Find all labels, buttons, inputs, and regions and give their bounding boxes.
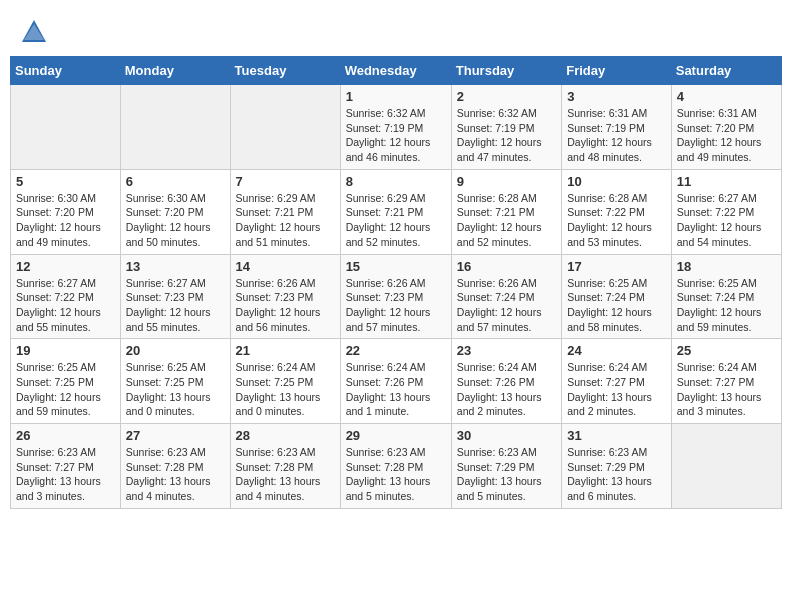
calendar-week-4: 19Sunrise: 6:25 AMSunset: 7:25 PMDayligh… bbox=[11, 339, 782, 424]
calendar-cell: 13Sunrise: 6:27 AMSunset: 7:23 PMDayligh… bbox=[120, 254, 230, 339]
day-info: Sunrise: 6:25 AMSunset: 7:24 PMDaylight:… bbox=[567, 276, 666, 335]
day-number: 14 bbox=[236, 259, 335, 274]
calendar-cell: 21Sunrise: 6:24 AMSunset: 7:25 PMDayligh… bbox=[230, 339, 340, 424]
day-info: Sunrise: 6:26 AMSunset: 7:24 PMDaylight:… bbox=[457, 276, 556, 335]
day-info: Sunrise: 6:29 AMSunset: 7:21 PMDaylight:… bbox=[236, 191, 335, 250]
day-info: Sunrise: 6:23 AMSunset: 7:29 PMDaylight:… bbox=[457, 445, 556, 504]
day-number: 10 bbox=[567, 174, 666, 189]
calendar-cell: 18Sunrise: 6:25 AMSunset: 7:24 PMDayligh… bbox=[671, 254, 781, 339]
day-number: 20 bbox=[126, 343, 225, 358]
day-number: 2 bbox=[457, 89, 556, 104]
calendar-cell: 31Sunrise: 6:23 AMSunset: 7:29 PMDayligh… bbox=[562, 424, 672, 509]
calendar-cell: 17Sunrise: 6:25 AMSunset: 7:24 PMDayligh… bbox=[562, 254, 672, 339]
calendar-cell: 19Sunrise: 6:25 AMSunset: 7:25 PMDayligh… bbox=[11, 339, 121, 424]
day-info: Sunrise: 6:31 AMSunset: 7:19 PMDaylight:… bbox=[567, 106, 666, 165]
calendar-cell: 30Sunrise: 6:23 AMSunset: 7:29 PMDayligh… bbox=[451, 424, 561, 509]
calendar-cell: 20Sunrise: 6:25 AMSunset: 7:25 PMDayligh… bbox=[120, 339, 230, 424]
day-info: Sunrise: 6:31 AMSunset: 7:20 PMDaylight:… bbox=[677, 106, 776, 165]
day-number: 18 bbox=[677, 259, 776, 274]
day-info: Sunrise: 6:27 AMSunset: 7:23 PMDaylight:… bbox=[126, 276, 225, 335]
calendar-cell bbox=[230, 85, 340, 170]
calendar-cell: 24Sunrise: 6:24 AMSunset: 7:27 PMDayligh… bbox=[562, 339, 672, 424]
day-number: 27 bbox=[126, 428, 225, 443]
calendar-cell: 6Sunrise: 6:30 AMSunset: 7:20 PMDaylight… bbox=[120, 169, 230, 254]
day-number: 31 bbox=[567, 428, 666, 443]
day-number: 7 bbox=[236, 174, 335, 189]
day-number: 6 bbox=[126, 174, 225, 189]
day-info: Sunrise: 6:30 AMSunset: 7:20 PMDaylight:… bbox=[126, 191, 225, 250]
day-info: Sunrise: 6:24 AMSunset: 7:26 PMDaylight:… bbox=[457, 360, 556, 419]
day-info: Sunrise: 6:23 AMSunset: 7:28 PMDaylight:… bbox=[346, 445, 446, 504]
calendar-cell bbox=[11, 85, 121, 170]
day-number: 26 bbox=[16, 428, 115, 443]
day-info: Sunrise: 6:24 AMSunset: 7:27 PMDaylight:… bbox=[677, 360, 776, 419]
logo-icon bbox=[20, 18, 48, 46]
day-number: 3 bbox=[567, 89, 666, 104]
calendar-week-5: 26Sunrise: 6:23 AMSunset: 7:27 PMDayligh… bbox=[11, 424, 782, 509]
weekday-header-tuesday: Tuesday bbox=[230, 57, 340, 85]
calendar-cell: 22Sunrise: 6:24 AMSunset: 7:26 PMDayligh… bbox=[340, 339, 451, 424]
weekday-header-thursday: Thursday bbox=[451, 57, 561, 85]
day-info: Sunrise: 6:27 AMSunset: 7:22 PMDaylight:… bbox=[16, 276, 115, 335]
day-info: Sunrise: 6:32 AMSunset: 7:19 PMDaylight:… bbox=[346, 106, 446, 165]
weekday-row: SundayMondayTuesdayWednesdayThursdayFrid… bbox=[11, 57, 782, 85]
day-number: 11 bbox=[677, 174, 776, 189]
calendar-cell: 16Sunrise: 6:26 AMSunset: 7:24 PMDayligh… bbox=[451, 254, 561, 339]
calendar-cell bbox=[671, 424, 781, 509]
day-info: Sunrise: 6:23 AMSunset: 7:27 PMDaylight:… bbox=[16, 445, 115, 504]
day-info: Sunrise: 6:28 AMSunset: 7:22 PMDaylight:… bbox=[567, 191, 666, 250]
day-info: Sunrise: 6:29 AMSunset: 7:21 PMDaylight:… bbox=[346, 191, 446, 250]
day-info: Sunrise: 6:30 AMSunset: 7:20 PMDaylight:… bbox=[16, 191, 115, 250]
calendar-cell: 25Sunrise: 6:24 AMSunset: 7:27 PMDayligh… bbox=[671, 339, 781, 424]
day-number: 30 bbox=[457, 428, 556, 443]
calendar-cell bbox=[120, 85, 230, 170]
calendar-cell: 10Sunrise: 6:28 AMSunset: 7:22 PMDayligh… bbox=[562, 169, 672, 254]
day-info: Sunrise: 6:27 AMSunset: 7:22 PMDaylight:… bbox=[677, 191, 776, 250]
day-number: 22 bbox=[346, 343, 446, 358]
day-info: Sunrise: 6:28 AMSunset: 7:21 PMDaylight:… bbox=[457, 191, 556, 250]
day-info: Sunrise: 6:24 AMSunset: 7:27 PMDaylight:… bbox=[567, 360, 666, 419]
day-number: 5 bbox=[16, 174, 115, 189]
day-number: 21 bbox=[236, 343, 335, 358]
day-number: 4 bbox=[677, 89, 776, 104]
day-number: 28 bbox=[236, 428, 335, 443]
calendar-cell: 15Sunrise: 6:26 AMSunset: 7:23 PMDayligh… bbox=[340, 254, 451, 339]
day-number: 24 bbox=[567, 343, 666, 358]
calendar-cell: 14Sunrise: 6:26 AMSunset: 7:23 PMDayligh… bbox=[230, 254, 340, 339]
calendar-cell: 29Sunrise: 6:23 AMSunset: 7:28 PMDayligh… bbox=[340, 424, 451, 509]
calendar-cell: 2Sunrise: 6:32 AMSunset: 7:19 PMDaylight… bbox=[451, 85, 561, 170]
day-info: Sunrise: 6:32 AMSunset: 7:19 PMDaylight:… bbox=[457, 106, 556, 165]
weekday-header-wednesday: Wednesday bbox=[340, 57, 451, 85]
day-info: Sunrise: 6:26 AMSunset: 7:23 PMDaylight:… bbox=[346, 276, 446, 335]
day-number: 29 bbox=[346, 428, 446, 443]
page-header bbox=[10, 10, 782, 52]
calendar-cell: 27Sunrise: 6:23 AMSunset: 7:28 PMDayligh… bbox=[120, 424, 230, 509]
calendar-body: 1Sunrise: 6:32 AMSunset: 7:19 PMDaylight… bbox=[11, 85, 782, 509]
day-number: 15 bbox=[346, 259, 446, 274]
day-info: Sunrise: 6:24 AMSunset: 7:26 PMDaylight:… bbox=[346, 360, 446, 419]
day-info: Sunrise: 6:24 AMSunset: 7:25 PMDaylight:… bbox=[236, 360, 335, 419]
day-number: 17 bbox=[567, 259, 666, 274]
calendar-week-1: 1Sunrise: 6:32 AMSunset: 7:19 PMDaylight… bbox=[11, 85, 782, 170]
calendar-cell: 3Sunrise: 6:31 AMSunset: 7:19 PMDaylight… bbox=[562, 85, 672, 170]
day-number: 8 bbox=[346, 174, 446, 189]
calendar-cell: 1Sunrise: 6:32 AMSunset: 7:19 PMDaylight… bbox=[340, 85, 451, 170]
calendar-cell: 5Sunrise: 6:30 AMSunset: 7:20 PMDaylight… bbox=[11, 169, 121, 254]
day-number: 19 bbox=[16, 343, 115, 358]
weekday-header-saturday: Saturday bbox=[671, 57, 781, 85]
calendar-week-2: 5Sunrise: 6:30 AMSunset: 7:20 PMDaylight… bbox=[11, 169, 782, 254]
calendar-cell: 23Sunrise: 6:24 AMSunset: 7:26 PMDayligh… bbox=[451, 339, 561, 424]
day-info: Sunrise: 6:25 AMSunset: 7:25 PMDaylight:… bbox=[126, 360, 225, 419]
day-number: 25 bbox=[677, 343, 776, 358]
day-info: Sunrise: 6:23 AMSunset: 7:28 PMDaylight:… bbox=[236, 445, 335, 504]
calendar-cell: 26Sunrise: 6:23 AMSunset: 7:27 PMDayligh… bbox=[11, 424, 121, 509]
day-number: 23 bbox=[457, 343, 556, 358]
weekday-header-sunday: Sunday bbox=[11, 57, 121, 85]
day-number: 16 bbox=[457, 259, 556, 274]
day-number: 9 bbox=[457, 174, 556, 189]
calendar-cell: 12Sunrise: 6:27 AMSunset: 7:22 PMDayligh… bbox=[11, 254, 121, 339]
day-info: Sunrise: 6:23 AMSunset: 7:28 PMDaylight:… bbox=[126, 445, 225, 504]
svg-marker-1 bbox=[24, 24, 44, 40]
calendar-cell: 7Sunrise: 6:29 AMSunset: 7:21 PMDaylight… bbox=[230, 169, 340, 254]
day-info: Sunrise: 6:23 AMSunset: 7:29 PMDaylight:… bbox=[567, 445, 666, 504]
